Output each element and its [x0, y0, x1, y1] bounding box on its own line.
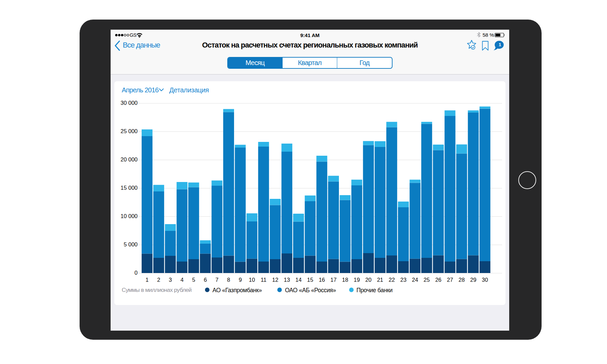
svg-text:6: 6	[204, 277, 207, 283]
svg-text:13: 13	[284, 277, 290, 283]
svg-text:16: 16	[319, 277, 325, 283]
svg-text:18: 18	[342, 277, 348, 283]
svg-text:28: 28	[459, 277, 465, 283]
svg-text:2: 2	[157, 277, 160, 283]
svg-text:Апрель 2016: Апрель 2016	[122, 86, 159, 94]
svg-text:Суммы в миллионах рублей: Суммы в миллионах рублей	[122, 287, 192, 293]
svg-text:23: 23	[400, 277, 406, 283]
svg-text:58 %: 58 %	[483, 32, 494, 38]
svg-text:9: 9	[239, 277, 242, 283]
svg-text:12: 12	[272, 277, 278, 283]
svg-text:10 000: 10 000	[121, 213, 138, 219]
svg-text:14: 14	[295, 277, 301, 283]
svg-text:5 000: 5 000	[124, 241, 138, 247]
svg-text:5: 5	[192, 277, 195, 283]
svg-text:1: 1	[499, 42, 501, 47]
svg-text:25: 25	[424, 277, 430, 283]
svg-text:4: 4	[180, 277, 183, 283]
svg-text:20 000: 20 000	[121, 156, 138, 162]
svg-text:Детализация: Детализация	[169, 86, 209, 94]
svg-text:22: 22	[388, 277, 395, 283]
svg-text:19: 19	[354, 277, 360, 283]
svg-text:1: 1	[146, 277, 149, 283]
svg-text:0: 0	[135, 270, 138, 276]
svg-text:GS: GS	[130, 32, 137, 38]
svg-text:15 000: 15 000	[121, 185, 138, 191]
svg-text:30: 30	[482, 277, 488, 283]
svg-text:17: 17	[330, 277, 337, 283]
svg-text:15: 15	[307, 277, 313, 283]
svg-text:26: 26	[435, 277, 441, 283]
svg-text:20: 20	[365, 277, 371, 283]
svg-text:25 000: 25 000	[121, 128, 138, 134]
svg-text:АО «Газпромбанк»: АО «Газпромбанк»	[212, 287, 262, 294]
svg-text:ОАО «АБ «Россия»: ОАО «АБ «Россия»	[285, 287, 336, 294]
svg-text:Прочие банки: Прочие банки	[356, 287, 393, 294]
svg-text:27: 27	[447, 277, 453, 283]
svg-text:3: 3	[169, 277, 172, 283]
svg-text:7: 7	[215, 277, 219, 283]
svg-text:29: 29	[470, 277, 476, 283]
svg-text:10: 10	[249, 277, 255, 283]
svg-text:21: 21	[377, 277, 383, 283]
svg-text:8: 8	[227, 277, 230, 283]
svg-text:24: 24	[412, 277, 418, 283]
svg-text:30 000: 30 000	[121, 100, 138, 106]
svg-text:11: 11	[261, 277, 266, 283]
